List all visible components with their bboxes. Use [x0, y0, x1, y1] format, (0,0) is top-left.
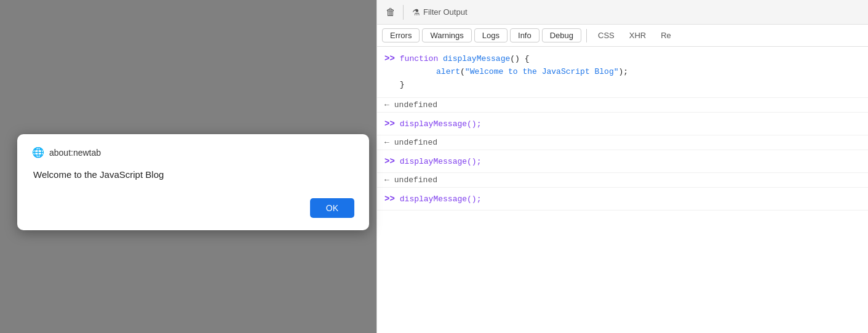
prompt-line-function: >> function displayMessage() { alert("We…	[384, 53, 861, 91]
prompt-code-2: displayMessage();	[400, 119, 482, 129]
prompt-code-4: displayMessage();	[400, 195, 482, 204]
filter-output-button[interactable]: ⚗ Filter Output	[407, 5, 472, 20]
console-prompt-2: >> displayMessage();	[377, 113, 868, 135]
globe-icon: 🌐	[32, 146, 44, 158]
filter-debug-button[interactable]: Debug	[542, 28, 581, 42]
code-function-definition: function displayMessage() { alert("Welco…	[400, 53, 628, 91]
filter-divider	[586, 29, 587, 42]
return-arrow-2: ←	[384, 138, 389, 147]
alert-message: Welcome to the JavaScript Blog	[32, 169, 354, 180]
filter-errors-button[interactable]: Errors	[382, 28, 420, 42]
filter-buttons-row: Errors Warnings Logs Info Debug CSS XHR …	[377, 25, 868, 47]
prompt-line-4: >> displayMessage();	[384, 194, 861, 204]
alert-footer: OK	[32, 198, 354, 218]
return-arrow-1: ←	[384, 100, 389, 110]
prompt-line-3: >> displayMessage();	[384, 156, 861, 166]
return-arrow-3: ←	[384, 175, 389, 185]
alert-header: 🌐 about:newtab	[32, 146, 354, 158]
devtools-panel: 🗑 ⚗ Filter Output Errors Warnings Logs I…	[376, 0, 868, 333]
filter-warnings-button[interactable]: Warnings	[422, 28, 471, 42]
filter-re-button[interactable]: Re	[655, 29, 677, 42]
filter-xhr-button[interactable]: XHR	[623, 29, 652, 42]
return-val-3: undefined	[394, 175, 437, 185]
ok-button[interactable]: OK	[310, 198, 354, 218]
prompt-arrow-2: >>	[384, 119, 395, 129]
prompt-code-3: displayMessage();	[400, 157, 482, 166]
console-prompt-4: >> displayMessage();	[377, 188, 868, 211]
prompt-arrow-4: >>	[384, 194, 395, 204]
toolbar-divider	[403, 5, 404, 20]
filter-output-label: Filter Output	[423, 7, 468, 17]
alert-dialog: 🌐 about:newtab Welcome to the JavaScript…	[17, 134, 369, 230]
prompt-line-2: >> displayMessage();	[384, 119, 861, 129]
filter-css-button[interactable]: CSS	[592, 29, 621, 42]
filter-info-button[interactable]: Info	[510, 28, 540, 42]
return-val-2: undefined	[394, 138, 437, 147]
prompt-arrow-1: >>	[384, 54, 395, 63]
alert-origin: about:newtab	[49, 148, 101, 158]
filter-logs-button[interactable]: Logs	[474, 28, 508, 42]
return-line-1: ← undefined	[377, 98, 868, 113]
console-output: >> function displayMessage() { alert("We…	[377, 47, 868, 333]
return-line-3: ← undefined	[377, 173, 868, 188]
filter-icon: ⚗	[412, 7, 420, 17]
return-line-2: ← undefined	[377, 135, 868, 150]
return-val-1: undefined	[394, 100, 437, 110]
browser-page: 🌐 about:newtab Welcome to the JavaScript…	[0, 0, 376, 333]
console-prompt-3: >> displayMessage();	[377, 150, 868, 173]
clear-console-button[interactable]: 🗑	[382, 4, 399, 21]
console-code-function: >> function displayMessage() { alert("We…	[377, 47, 868, 98]
devtools-toolbar: 🗑 ⚗ Filter Output	[377, 0, 868, 25]
prompt-arrow-3: >>	[384, 156, 395, 166]
